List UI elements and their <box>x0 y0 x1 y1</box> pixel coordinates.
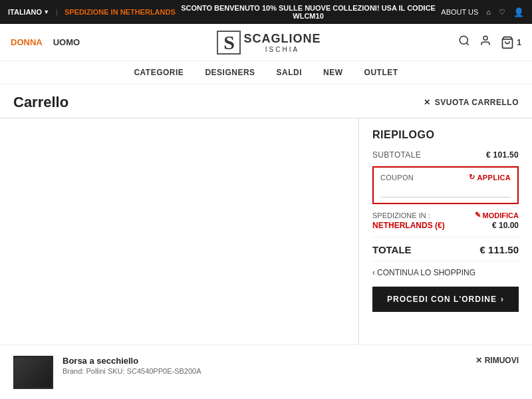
chevron-right-icon: › <box>501 295 504 304</box>
modify-shipping-button[interactable]: ✎ MODIFICA <box>475 211 519 219</box>
top-bar-right: ABOUT US ⌂ ♡ 👤 <box>441 7 524 17</box>
cart-count: 1 <box>517 38 521 47</box>
total-label: TOTALE <box>372 244 412 255</box>
proceed-label: PROCEDI CON L'ORDINE <box>387 295 497 304</box>
edit-icon: ✎ <box>475 211 481 219</box>
continue-shopping-link[interactable]: ‹ CONTINUA LO SHOPPING <box>372 268 519 277</box>
total-amount: € 111.50 <box>480 244 519 255</box>
subtotal-label: SUBTOTALE <box>372 150 421 160</box>
nav-left: DONNA UOMO <box>11 37 80 47</box>
summary-title: RIEPILOGO <box>372 129 519 141</box>
promo-code: WLCM10 <box>293 12 323 20</box>
total-row: TOTALE € 111.50 <box>372 244 519 261</box>
remove-x-icon: ✕ <box>475 356 482 365</box>
page-header: Carrello ✕ SVUOTA CARRELLO <box>0 84 532 118</box>
modify-label: MODIFICA <box>483 211 519 219</box>
remove-label: RIMUOVI <box>485 356 519 365</box>
logo-brand: SCAGLIONE <box>243 32 321 46</box>
nav-designers[interactable]: DESIGNERS <box>205 68 255 77</box>
nav-uomo[interactable]: UOMO <box>53 37 80 47</box>
coupon-label-row: COUPON ↻ APPLICA <box>380 173 511 182</box>
user-icon[interactable] <box>479 35 491 50</box>
item-image <box>13 356 53 389</box>
cart-items-area <box>13 118 345 344</box>
page-title: Carrello <box>13 94 68 111</box>
content: RIEPILOGO SUBTOTALE € 101.50 COUPON ↻ AP… <box>0 118 532 344</box>
apply-label: APPLICA <box>477 174 511 182</box>
nav-saldi[interactable]: SALDI <box>277 68 303 77</box>
continue-label: CONTINUA LO SHOPPING <box>377 268 475 277</box>
shipping-values-row: NETHERLANDS (€) € 10.00 <box>372 221 519 230</box>
coupon-label-text: COUPON <box>380 174 414 182</box>
promo-text: SCONTO BENVENUTO 10% SULLE NUOVE COLLEZI… <box>181 4 379 12</box>
subtotal-amount: € 101.50 <box>486 150 519 160</box>
svg-line-1 <box>466 43 468 45</box>
shipping-amount: € 10.00 <box>492 221 519 230</box>
clear-cart-x-icon: ✕ <box>424 98 431 107</box>
account-icon[interactable]: 👤 <box>513 7 524 17</box>
promo-code-label: USA IL CODICE <box>382 4 436 12</box>
coupon-input[interactable] <box>380 184 511 198</box>
refresh-icon: ↻ <box>469 173 475 182</box>
clear-cart-button[interactable]: ✕ SVUOTA CARRELLO <box>424 98 519 107</box>
cart-button[interactable]: 1 <box>501 36 521 49</box>
remove-item-button[interactable]: ✕ RIMUOVI <box>475 356 519 365</box>
svg-point-0 <box>460 36 467 44</box>
language-selector[interactable]: ITALIANO ▼ <box>8 8 49 16</box>
clear-cart-label: SVUOTA CARRELLO <box>435 98 519 107</box>
proceed-button[interactable]: PROCEDI CON L'ORDINE › <box>372 287 519 312</box>
nav-outlet[interactable]: OUTLET <box>364 68 398 77</box>
shipping-country-label: NETHERLANDS (€) <box>372 221 445 230</box>
coupon-box: COUPON ↻ APPLICA <box>372 166 519 204</box>
item-name: Borsa a secchiello <box>63 356 466 366</box>
chevron-left-icon: ‹ <box>372 268 375 277</box>
site-logo[interactable]: S SCAGLIONE ISCHIA <box>80 31 458 55</box>
search-icon[interactable] <box>458 35 470 50</box>
subtotal-row: SUBTOTALE € 101.50 <box>372 150 519 160</box>
svg-point-2 <box>483 36 487 40</box>
wishlist-icon[interactable]: ♡ <box>499 8 505 17</box>
nav-categorie[interactable]: CATEGORIE <box>134 68 184 77</box>
about-us-link[interactable]: ABOUT US <box>441 8 478 16</box>
separator: | <box>56 8 58 16</box>
nav-right: 1 <box>458 35 521 50</box>
language-label: ITALIANO <box>8 8 42 16</box>
shipping-label-row: SPEDIZIONE IN : ✎ MODIFICA <box>372 211 519 219</box>
home-icon[interactable]: ⌂ <box>486 8 491 16</box>
shipping-country: NETHERLANDS <box>120 8 176 16</box>
chevron-down-icon: ▼ <box>43 9 49 15</box>
item-brand: Brand: Pollini SKU: SC4540PP0E-SB200A <box>63 367 466 375</box>
nav-new[interactable]: NEW <box>323 68 343 77</box>
promo-banner: SCONTO BENVENUTO 10% SULLE NUOVE COLLEZI… <box>176 4 442 20</box>
shipping-label-text: SPEDIZIONE IN : <box>372 211 430 219</box>
shipping-section: SPEDIZIONE IN : ✎ MODIFICA NETHERLANDS (… <box>372 211 519 237</box>
shipping-label: SPEDIZIONE IN NETHERLANDS <box>65 8 176 16</box>
summary-panel: RIEPILOGO SUBTOTALE € 101.50 COUPON ↻ AP… <box>359 118 519 344</box>
main-nav: CATEGORIE DESIGNERS SALDI NEW OUTLET <box>0 61 532 84</box>
logo-sub: ISCHIA <box>243 46 321 53</box>
top-bar: ITALIANO ▼ | SPEDIZIONE IN NETHERLANDS S… <box>0 0 532 24</box>
top-bar-left: ITALIANO ▼ | SPEDIZIONE IN NETHERLANDS <box>8 8 176 16</box>
logo-text: SCAGLIONE ISCHIA <box>243 32 321 53</box>
cart-item-row: Borsa a secchiello Brand: Pollini SKU: S… <box>0 344 532 399</box>
item-details: Borsa a secchiello Brand: Pollini SKU: S… <box>63 356 466 375</box>
nav-bar: DONNA UOMO S SCAGLIONE ISCHIA 1 <box>0 24 532 61</box>
apply-coupon-button[interactable]: ↻ APPLICA <box>469 173 511 182</box>
nav-donna[interactable]: DONNA <box>11 37 43 47</box>
logo-letter: S <box>217 31 241 55</box>
